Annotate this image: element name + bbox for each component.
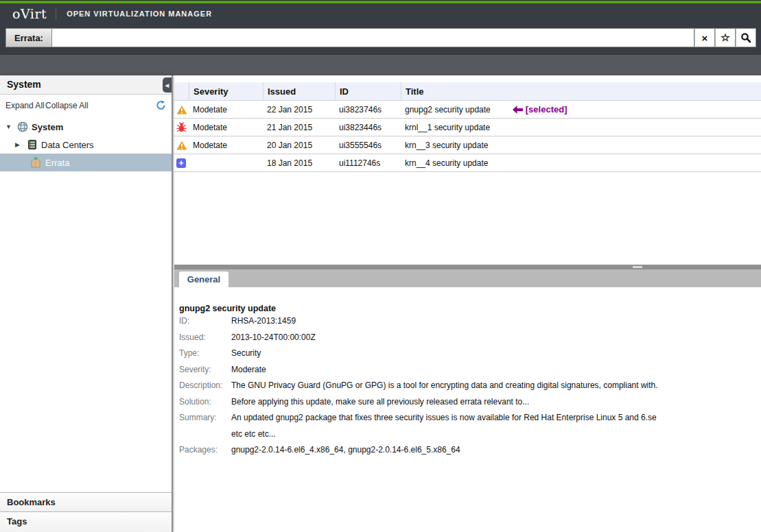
title-cell: krn__4 security update [401, 154, 761, 171]
severity-cell: Modetate [189, 101, 263, 118]
title-cell: gnupg2 security update [selected] [401, 101, 761, 118]
collapse-all-link[interactable]: Collapse All [45, 101, 89, 110]
issued-cell: 20 Jan 2015 [263, 136, 335, 154]
severity-icon-cell [174, 119, 189, 136]
errata-package-icon [30, 156, 42, 169]
splitter-grip[interactable] [633, 266, 642, 268]
plus-icon: + [176, 158, 186, 168]
expand-all-link[interactable]: Expand All [5, 101, 45, 110]
field-label: Packages: [179, 445, 231, 455]
errata-row[interactable]: Modetate 21 Jan 2015 ui3823446s krnl__1 … [174, 119, 761, 136]
tree-item-errata-selected[interactable]: Errata [0, 154, 172, 171]
product-title: OPEN VIRTUALIZATION MANAGER [67, 10, 212, 18]
tree-item-system[interactable]: ▼ System [0, 118, 172, 136]
masthead: oVirt OPEN VIRTUALIZATION MANAGER [0, 3, 761, 24]
search-icon [740, 32, 751, 43]
field-label: Summary: [179, 413, 231, 422]
errata-row[interactable]: Modetate 20 Jan 2015 ui3555546s krn__3 s… [174, 136, 761, 154]
issued-cell: 22 Jan 2015 [263, 101, 335, 118]
field-label: Description: [179, 380, 231, 390]
field-label: Severity: [179, 365, 231, 374]
refresh-icon[interactable] [156, 100, 166, 110]
bookmark-search-button[interactable]: ☆ [715, 28, 736, 47]
column-issued[interactable]: Issued [263, 82, 335, 100]
id-cell: ui1112746s [335, 154, 401, 171]
app-window: { "masthead": { "logo": "oVirt", "produc… [0, 0, 761, 532]
star-icon: ☆ [721, 32, 729, 44]
title-cell: krn__3 security update [401, 136, 761, 154]
field-label: Issued: [179, 332, 231, 342]
column-title[interactable]: Title [401, 82, 761, 100]
tree-toolbar: Expand All Collapse All [0, 95, 172, 117]
field-label: Solution: [179, 397, 231, 407]
column-severity[interactable]: Severity [189, 82, 263, 100]
search-bar: Errata: × ☆ [0, 24, 761, 55]
issued-cell: 21 Jan 2015 [263, 119, 335, 136]
ovirt-logo: oVirt [12, 6, 47, 21]
field-value: Security [231, 348, 261, 358]
globe-icon [17, 121, 28, 132]
detail-field-id: ID: RHSA-2013:1459 [179, 316, 756, 332]
tab-general[interactable]: General [179, 271, 229, 287]
field-value: etc etc etc... [231, 429, 276, 439]
field-value: Moderate [231, 365, 266, 374]
selected-annotation-text: [selected] [526, 104, 567, 114]
detail-field-summary-cont: etc etc etc... [179, 429, 756, 446]
detail-tab-strip [174, 269, 761, 287]
main-tab-strip: Errata [0, 55, 761, 75]
tree-item-label: System [32, 122, 63, 132]
bug-icon [176, 122, 187, 132]
detail-title: gnupg2 security update [179, 304, 276, 313]
arrow-left-icon [513, 106, 523, 114]
severity-cell: Modetate [189, 119, 263, 136]
title-text: gnupg2 security update [405, 105, 491, 114]
id-cell: ui3823746s [335, 101, 401, 118]
detail-field-summary: Summary: An updated gnupg2 package that … [179, 413, 756, 429]
close-icon: × [702, 32, 708, 44]
field-value: Before applying this update, make sure a… [231, 397, 529, 407]
tree-item-label: Data Centers [41, 140, 94, 150]
severity-cell [189, 154, 263, 171]
field-value: RHSA-2013:1459 [231, 316, 296, 326]
errata-row[interactable]: + 18 Jan 2015 ui1112746s krn__4 security… [174, 154, 761, 172]
tree-collapsed-icon[interactable]: ▶ [15, 141, 25, 148]
field-value: 2013-10-24T00:00:00Z [231, 332, 316, 342]
bookmarks-section-header[interactable]: Bookmarks [0, 492, 172, 511]
detail-field-solution: Solution: Before applying this update, m… [179, 397, 756, 413]
warning-icon [176, 105, 187, 114]
id-cell: ui3555546s [335, 136, 401, 154]
chevron-left-icon: ◀ [165, 76, 169, 95]
detail-field-severity: Severity: Moderate [179, 365, 756, 381]
search-input[interactable] [52, 28, 694, 47]
severity-icon-cell [174, 136, 189, 154]
id-cell: ui3823446s [335, 119, 401, 136]
search-scope-label: Errata: [5, 28, 52, 47]
tags-section-header[interactable]: Tags [0, 511, 172, 532]
tree-panel-title: System [7, 79, 41, 90]
system-tree-panel: System ◀ Expand All Collapse All ▼ Syste… [0, 75, 173, 532]
selected-annotation: [selected] [513, 104, 567, 114]
tree-panel-header: System ◀ [0, 75, 172, 95]
tree-expanded-icon[interactable]: ▼ [5, 123, 15, 130]
field-value: gnupg2-2.0.14-6.el6_4.x86_64, gnupg2-2.0… [231, 445, 460, 455]
panel-collapse-button[interactable]: ◀ [163, 77, 172, 93]
search-button[interactable] [736, 28, 756, 47]
general-detail-panel: gnupg2 security update ID: RHSA-2013:145… [174, 287, 761, 532]
icon-column-header [174, 82, 189, 100]
warning-icon [176, 141, 187, 150]
errata-content-panel: Severity Issued ID Title Modetate 22 Jan… [174, 75, 761, 532]
column-id[interactable]: ID [335, 82, 401, 100]
field-value: The GNU Privacy Guard (GnuPG or GPG) is … [231, 380, 658, 390]
field-label: Type: [179, 348, 231, 358]
clear-search-button[interactable]: × [694, 28, 715, 47]
detail-field-issued: Issued: 2013-10-24T00:00:00Z [179, 332, 756, 349]
severity-icon-cell: + [174, 154, 189, 171]
errata-table-header: Severity Issued ID Title [174, 82, 761, 101]
detail-field-type: Type: Security [179, 348, 756, 365]
horizontal-splitter[interactable] [174, 265, 761, 269]
detail-field-packages: Packages: gnupg2-2.0.14-6.el6_4.x86_64, … [179, 445, 756, 461]
issued-cell: 18 Jan 2015 [263, 154, 335, 171]
data-centers-icon [27, 139, 38, 150]
tree-item-data-centers[interactable]: ▶ Data Centers [0, 136, 172, 154]
errata-row-selected[interactable]: Modetate 22 Jan 2015 ui3823746s gnupg2 s… [174, 101, 761, 119]
